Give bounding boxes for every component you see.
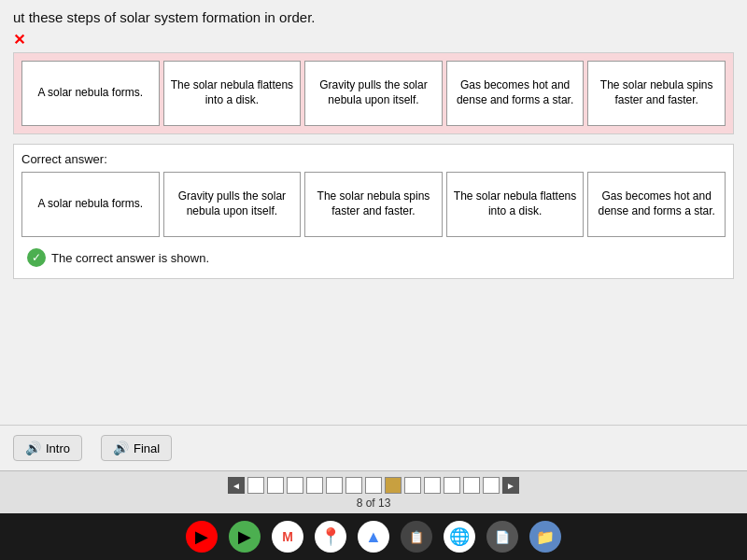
user-answer-section: A solar nebula forms. The solar nebula f… xyxy=(13,52,734,134)
user-card-3[interactable]: Gravity pulls the solar nebula upon itse… xyxy=(304,61,443,126)
correct-card-1: A solar nebula forms. xyxy=(21,172,160,237)
files2-icon[interactable]: 📄 xyxy=(486,521,518,553)
nav-page-text: 8 of 13 xyxy=(357,497,391,510)
speaker-icon-final: 🔊 xyxy=(113,441,129,455)
user-card-1[interactable]: A solar nebula forms. xyxy=(21,61,160,126)
nav-dot-3[interactable] xyxy=(287,477,303,494)
taskbar: ▶ ▶ M 📍 ▲ 📋 🌐 📄 📁 xyxy=(0,513,747,560)
instruction-row: ut these steps of solar system formation… xyxy=(13,9,734,25)
files-icon[interactable]: 📋 xyxy=(401,521,432,553)
correct-notice: ✓ The correct answer is shown. xyxy=(21,245,726,271)
user-card-4[interactable]: Gas becomes hot and dense and forms a st… xyxy=(446,61,585,126)
drive-icon[interactable]: ▲ xyxy=(358,521,389,553)
nav-dots-row: ◄ ► xyxy=(228,477,519,494)
user-card-5[interactable]: The solar nebula spins faster and faster… xyxy=(587,61,726,126)
speaker-icon-intro: 🔊 xyxy=(25,441,41,455)
nav-dot-12[interactable] xyxy=(463,477,480,494)
instruction-text: ut these steps of solar system formation… xyxy=(13,9,315,25)
nav-bar: ◄ ► 8 of 13 xyxy=(0,470,747,513)
correct-answer-label: Correct answer: xyxy=(21,152,726,166)
nav-dot-5[interactable] xyxy=(326,477,343,494)
nav-dot-1[interactable] xyxy=(247,477,264,494)
nav-dot-4[interactable] xyxy=(306,477,323,494)
maps-icon[interactable]: 📍 xyxy=(315,521,346,553)
nav-dot-10[interactable] xyxy=(424,477,441,494)
nav-dot-11[interactable] xyxy=(444,477,460,494)
correct-card-5: Gas becomes hot and dense and forms a st… xyxy=(587,172,726,237)
correct-cards-row: A solar nebula forms. Gravity pulls the … xyxy=(21,172,726,237)
nav-dot-2[interactable] xyxy=(267,477,284,494)
user-cards-row: A solar nebula forms. The solar nebula f… xyxy=(21,61,726,126)
play-icon[interactable]: ▶ xyxy=(229,521,261,553)
nav-dot-13[interactable] xyxy=(483,477,500,494)
nav-prev-button[interactable]: ◄ xyxy=(228,477,245,494)
correct-card-4: The solar nebula flattens into a disk. xyxy=(446,172,585,237)
nav-dot-7[interactable] xyxy=(365,477,382,494)
check-circle-icon: ✓ xyxy=(27,248,46,267)
correct-card-3: The solar nebula spins faster and faster… xyxy=(304,172,443,237)
folder-icon[interactable]: 📁 xyxy=(529,521,561,553)
nav-dot-9[interactable] xyxy=(404,477,421,494)
chrome-icon[interactable]: 🌐 xyxy=(444,521,475,553)
correct-card-2: Gravity pulls the solar nebula upon itse… xyxy=(163,172,302,237)
youtube-icon[interactable]: ▶ xyxy=(186,521,218,553)
nav-next-button[interactable]: ► xyxy=(502,477,519,494)
user-card-2[interactable]: The solar nebula flattens into a disk. xyxy=(163,61,302,126)
nav-dot-6[interactable] xyxy=(345,477,362,494)
gmail-icon[interactable]: M xyxy=(272,521,303,553)
intro-button[interactable]: 🔊 Intro xyxy=(13,435,82,461)
close-icon[interactable]: ✕ xyxy=(13,31,734,49)
nav-dot-8[interactable] xyxy=(385,477,402,494)
bottom-buttons-row: 🔊 Intro 🔊 Final xyxy=(0,425,747,470)
correct-answer-section: Correct answer: A solar nebula forms. Gr… xyxy=(13,144,734,279)
final-button[interactable]: 🔊 Final xyxy=(101,435,172,461)
main-content: ut these steps of solar system formation… xyxy=(0,0,747,425)
